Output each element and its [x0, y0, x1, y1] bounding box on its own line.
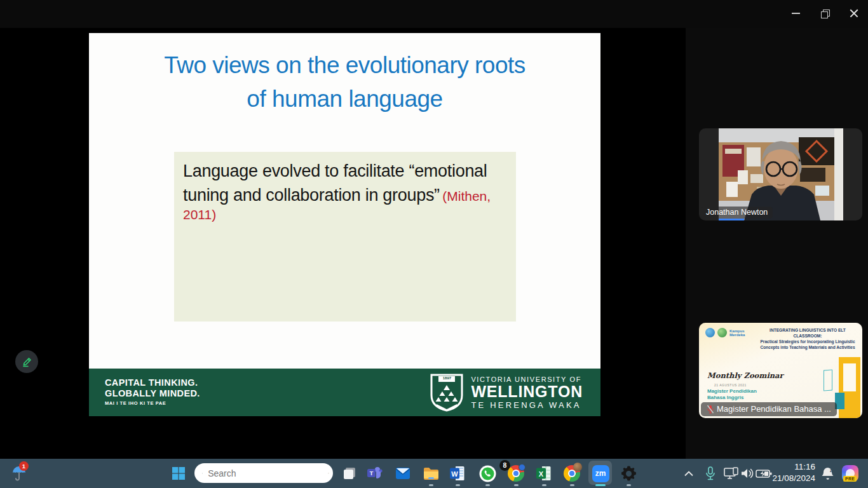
campus-logo-icon: [717, 328, 727, 337]
slide-title-line2: of human language: [89, 82, 600, 116]
bell-dnd-icon: z: [821, 466, 834, 480]
mic-muted-icon: [707, 405, 714, 414]
mini-event-date: 21 AGUSTUS 2021: [714, 383, 747, 387]
pencil-icon: [20, 355, 33, 368]
participant-name-tag: Jonathan Newton: [701, 207, 773, 219]
mini-heading-line1: INTEGRATING LINGUISTICS INTO ELT CLASSRO…: [757, 327, 858, 339]
chrome-profile-overlay-icon: [519, 464, 526, 471]
mini-heading-line2: Practical Strategies for Incorporating L…: [757, 339, 858, 344]
tray-clock[interactable]: 11:16 21/08/2024: [772, 461, 815, 484]
svg-text:X: X: [539, 470, 544, 478]
university-name: VICTORIA UNIVERSITY OF WELLINGTON TE HER…: [471, 376, 583, 410]
task-view-button[interactable]: [337, 459, 362, 488]
decor-door-panel: [843, 363, 856, 391]
microphone-icon: [705, 466, 715, 480]
participant-video-muted[interactable]: Kampus Merdeka INTEGRATING LINGUISTICS I…: [699, 323, 862, 418]
task-view-icon: [342, 466, 357, 481]
microphone-in-use-button[interactable]: [701, 459, 720, 488]
running-indicator: [456, 484, 460, 486]
participant-name: Jonathan Newton: [706, 208, 768, 217]
slide-quote-text: Language evolved to facilitate “emotiona…: [183, 161, 487, 205]
tagline-line1: CAPITAL THINKING.: [105, 377, 200, 388]
restore-button[interactable]: [811, 3, 839, 24]
restore-icon: [821, 10, 829, 17]
decor-outline-shape: [824, 370, 832, 391]
battery-button[interactable]: [754, 459, 774, 488]
windows-logo-icon: [172, 466, 186, 480]
taskbar-search[interactable]: [194, 463, 333, 483]
notification-bell-button[interactable]: z: [817, 459, 837, 488]
minimize-button[interactable]: [782, 3, 810, 24]
footer-tagline: CAPITAL THINKING. GLOBALLY MINDED. MAI I…: [105, 377, 200, 406]
presentation-slide: Two views on the evolutionary roots of h…: [89, 33, 600, 416]
folder-icon: [423, 465, 440, 482]
chrome-icon: [564, 465, 580, 482]
tagline-line2: GLOBALLY MINDED.: [105, 388, 200, 399]
mail-button[interactable]: [391, 459, 415, 488]
university-shield-icon: 1897: [430, 374, 463, 412]
participant-name-tag: Magister Pendidikan Bahasa ...: [701, 402, 837, 416]
close-icon: [850, 9, 858, 18]
slide-title: Two views on the evolutionary roots of h…: [89, 48, 600, 116]
teams-button[interactable]: T: [362, 459, 386, 488]
gear-icon: [620, 465, 637, 482]
slide-footer: CAPITAL THINKING. GLOBALLY MINDED. MAI I…: [89, 369, 600, 416]
participant-name: Magister Pendidikan Bahasa ...: [717, 404, 831, 414]
university-line3: TE HERENGA WAKA: [471, 400, 583, 410]
tray-overflow-button[interactable]: [679, 459, 699, 488]
minimize-icon: [792, 13, 800, 14]
running-indicator: [570, 484, 574, 486]
excel-icon: X: [536, 465, 552, 482]
university-line2: WELLINGTON: [471, 383, 583, 400]
start-button[interactable]: [166, 459, 191, 488]
mini-slide-heading: INTEGRATING LINGUISTICS INTO ELT CLASSRO…: [757, 327, 858, 350]
participant-video-speaker[interactable]: Jonathan Newton: [699, 128, 862, 220]
mini-org-name: Magister Pendidikan Bahasa Inggris: [707, 388, 757, 401]
mini-slide-logos: Kampus Merdeka: [705, 328, 751, 337]
whatsapp-icon: [479, 465, 496, 482]
battery-charging-icon: [756, 469, 772, 478]
user-avatar-overlay: [573, 463, 582, 471]
university-logo-block: 1897 VICTORIA UNIVERSITY OF WELLINGTON T…: [430, 374, 583, 412]
close-button[interactable]: [840, 3, 868, 24]
zoom-icon: zm: [592, 465, 609, 482]
search-icon: [202, 468, 203, 478]
copilot-button[interactable]: [839, 459, 862, 488]
shield-year: 1897: [439, 376, 454, 380]
tray-date: 21/08/2024: [772, 473, 815, 484]
slide-title-line1: Two views on the evolutionary roots: [89, 48, 600, 82]
mail-icon: [395, 465, 411, 482]
tray-time: 11:16: [772, 461, 815, 473]
running-indicator: [542, 484, 546, 486]
mini-heading-line3: Concepts into Teaching Materials and Act…: [757, 344, 858, 350]
audio-activity-indicator: [719, 219, 744, 220]
chevron-up-icon: [684, 471, 693, 477]
annotate-button[interactable]: [15, 350, 38, 373]
svg-text:z: z: [830, 468, 832, 473]
search-highlight-bird-icon: [328, 464, 329, 482]
running-indicator: [429, 484, 433, 486]
copilot-preview-badge: PRE: [843, 476, 857, 482]
window-titlebar: [0, 0, 868, 28]
slide-quote-box: Language evolved to facilitate “emotiona…: [174, 152, 516, 322]
cast-display-icon: [724, 467, 739, 480]
ministry-logo-icon: [705, 328, 715, 337]
mini-event-title: Monthly Zoominar: [707, 371, 783, 380]
zoom-icon-label: zm: [595, 469, 606, 478]
running-indicator: [485, 484, 490, 486]
teams-icon: T: [366, 465, 383, 482]
speaker-icon: [740, 468, 754, 479]
svg-text:T: T: [370, 470, 374, 477]
tagline-line3: MAI I TE IHO KI TE PAE: [105, 400, 200, 406]
svg-text:W: W: [451, 470, 458, 478]
widget-notification-badge: 1: [19, 461, 29, 471]
kampus-merdeka-logo-text: Kampus Merdeka: [729, 329, 751, 337]
zoom-meeting-window: Two views on the evolutionary roots of h…: [0, 0, 868, 488]
running-indicator: [514, 484, 519, 486]
running-indicator-active: [595, 484, 606, 486]
chrome-icon: [508, 465, 524, 482]
mini-org-line2: Bahasa Inggris: [707, 395, 757, 401]
search-input[interactable]: [208, 468, 323, 478]
running-indicator: [627, 484, 631, 486]
mini-org-line1: Magister Pendidikan: [707, 388, 757, 395]
